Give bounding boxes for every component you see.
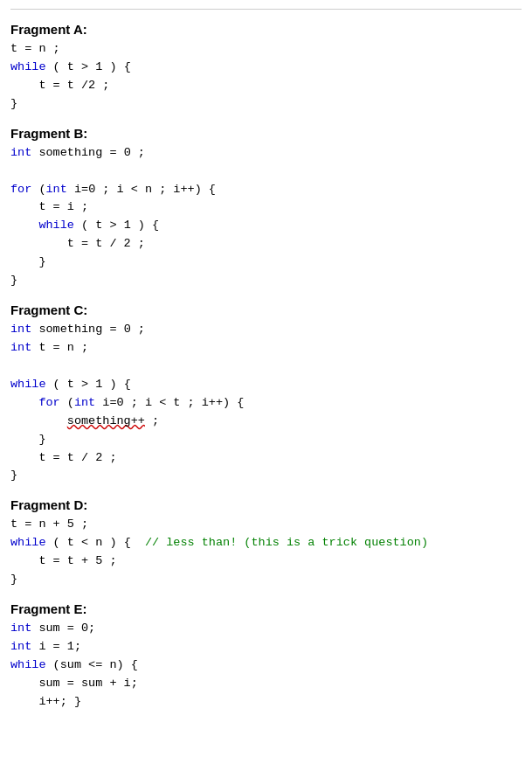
code-line: while ( t < n ) { // less than! (this is… [10,534,522,552]
keyword: int [10,323,31,336]
keyword: while [38,219,74,232]
code-line: } [10,467,522,485]
code-line: int something = 0 ; [10,321,522,339]
code-line: t = n ; [10,40,522,59]
code-line: int t = n ; [10,339,522,358]
keyword: while [10,658,46,671]
keyword: while [10,378,46,391]
code-block-E: int sum = 0;int i = 1;while (sum <= n) {… [10,620,522,712]
keyword: int [10,640,31,653]
code-line: int something = 0 ; [10,144,522,163]
code-line: int sum = 0; [10,620,522,638]
keyword: for [10,183,31,196]
keyword: int [46,183,67,196]
code-block-B: int something = 0 ; for (int i=0 ; i < n… [10,144,522,290]
comment: // less than! (this is a trick question) [145,536,428,549]
code-block-D: t = n + 5 ;while ( t < n ) { // less tha… [10,516,522,589]
keyword: for [38,396,59,409]
code-line: for (int i=0 ; i < t ; i++) { [10,394,522,413]
code-line: } [10,272,522,290]
code-line [10,358,522,376]
code-line: t = t / 2 ; [10,449,522,468]
keyword: int [10,146,31,159]
code-line: something++ ; [10,413,522,431]
keyword: while [10,60,46,73]
code-line [10,163,522,181]
code-line: sum = sum + i; [10,675,522,693]
keyword: int [74,396,95,409]
code-line: t = n + 5 ; [10,516,522,534]
fragment-header-B: Fragment B: [10,126,522,141]
fragment-header-C: Fragment C: [10,302,522,317]
code-line: while (sum <= n) { [10,656,522,675]
code-line: while ( t > 1 ) { [10,217,522,235]
fragments-container: Fragment A:t = n ;while ( t > 1 ) { t = … [10,22,522,712]
code-line: while ( t > 1 ) { [10,59,522,77]
code-line: i++; } [10,693,522,712]
code-line: t = t + 5 ; [10,552,522,571]
squiggly-word: something++ [67,414,145,427]
code-line: } [10,254,522,272]
code-line: while ( t > 1 ) { [10,376,522,394]
code-line: t = t / 2 ; [10,235,522,254]
code-line: } [10,95,522,114]
code-block-A: t = n ;while ( t > 1 ) { t = t /2 ;} [10,40,522,114]
keyword: while [10,536,46,549]
keyword: int [10,341,31,354]
code-line: } [10,571,522,589]
code-line: } [10,431,522,449]
code-line: for (int i=0 ; i < n ; i++) { [10,181,522,199]
keyword: int [10,622,31,635]
fragment-header-A: Fragment A: [10,22,522,37]
fragment-header-D: Fragment D: [10,497,522,512]
fragment-header-E: Fragment E: [10,601,522,616]
code-line: t = t /2 ; [10,77,522,95]
code-block-C: int something = 0 ;int t = n ; while ( t… [10,321,522,485]
code-line: int i = 1; [10,638,522,656]
top-separator [10,9,522,10]
code-line: t = i ; [10,198,522,217]
